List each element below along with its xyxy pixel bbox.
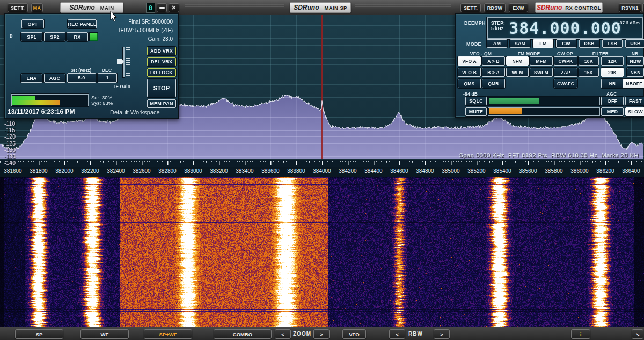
- freq-tick-label: 385800: [541, 168, 567, 174]
- mode-sam-button[interactable]: SAM: [510, 39, 530, 48]
- main-sp-title-plate[interactable]: SDRuno MAIN SP: [290, 2, 351, 13]
- mode-am-button[interactable]: AM: [487, 39, 507, 48]
- sp-button[interactable]: SP: [15, 329, 63, 339]
- del-vrx-button[interactable]: DEL VRX: [147, 57, 176, 66]
- rsyn1-button[interactable]: RSYN1: [619, 3, 641, 12]
- mode-usb-button[interactable]: USB: [625, 39, 644, 48]
- qmr-button[interactable]: QMR: [482, 79, 505, 88]
- db-tick-label: -125: [4, 140, 16, 147]
- freq-tick-label: 382800: [155, 168, 180, 174]
- agc-fast-button[interactable]: FAST: [625, 97, 644, 105]
- nboff-button[interactable]: NBOFF: [623, 79, 644, 88]
- agc-med-button[interactable]: MED: [601, 107, 624, 116]
- sp-wf-button[interactable]: SP+WF: [144, 329, 192, 339]
- device-count-display: 0: [146, 3, 155, 13]
- 10k-button[interactable]: 10K: [579, 56, 599, 66]
- sdruno-logo: SDRuno: [537, 4, 562, 11]
- mode-fm-button[interactable]: FM: [533, 39, 553, 48]
- vfo-a-button[interactable]: VFO A: [458, 56, 481, 66]
- zoom-in-button[interactable]: >: [313, 329, 330, 339]
- workspace-label: Default Workspace: [110, 109, 160, 115]
- agc-slow-button[interactable]: SLOW: [625, 107, 644, 116]
- vfo-b-button[interactable]: VFO B: [458, 68, 481, 77]
- signal-level-readout: -87.3 dBm: [618, 20, 640, 25]
- vfo-button[interactable]: VFO: [342, 329, 366, 339]
- nr-button[interactable]: NR: [601, 79, 624, 88]
- freq-tick-label: 382400: [103, 168, 129, 174]
- datetime-display: 13/11/2017 6:23:16 PM: [8, 108, 75, 115]
- add-vrx-button[interactable]: ADD VRX: [147, 47, 176, 55]
- volume-slider[interactable]: [488, 107, 600, 116]
- wfm-button[interactable]: WFM: [506, 68, 529, 77]
- zoom-label: ZOOM: [293, 331, 311, 337]
- combo-button[interactable]: COMBO: [214, 329, 272, 339]
- ma-button[interactable]: MA: [31, 3, 43, 12]
- zoom-out-button[interactable]: <: [275, 329, 291, 339]
- sp1-button[interactable]: SP1: [21, 32, 42, 41]
- rx-settings-button[interactable]: SETT.: [460, 3, 481, 12]
- sr-value-field[interactable]: 5.0: [67, 73, 96, 83]
- gain-readout: Gain: 23.0: [148, 36, 173, 42]
- agc-button[interactable]: AGC: [44, 74, 65, 83]
- stop-button[interactable]: STOP: [147, 79, 176, 97]
- mode-dsb-button[interactable]: DSB: [579, 39, 599, 48]
- dec-value-field[interactable]: 1: [98, 73, 117, 83]
- cwafc-button[interactable]: CWAFC: [554, 79, 577, 88]
- nfm-button[interactable]: NFM: [506, 56, 529, 66]
- rbw-up-button[interactable]: >: [434, 329, 450, 339]
- b-a-button[interactable]: B > A: [482, 68, 505, 77]
- freq-tick-label: 383000: [180, 168, 206, 174]
- a-b-button[interactable]: A > B: [482, 56, 505, 66]
- run-led: [90, 33, 98, 41]
- mode-lsb-button[interactable]: LSB: [602, 39, 623, 48]
- wf-button[interactable]: WF: [80, 329, 129, 339]
- nbn-button[interactable]: NBN: [627, 68, 644, 77]
- swfm-button[interactable]: SWFM: [530, 68, 553, 77]
- rx-title-plate[interactable]: SDRuno RX CONTROL: [535, 2, 603, 13]
- sdruno-logo: SDRuno: [69, 4, 94, 11]
- rdsw-button[interactable]: RDSW: [484, 3, 506, 12]
- sp2-button[interactable]: SP2: [44, 32, 65, 41]
- sqlc-button[interactable]: SQLC: [465, 97, 487, 105]
- window-name: RX CONTROL: [565, 5, 601, 11]
- minimize-button[interactable]: [157, 3, 167, 12]
- freq-tick-label: 383600: [258, 168, 283, 174]
- main-settings-button[interactable]: SETT.: [8, 3, 28, 12]
- db-tick-label: -110: [4, 120, 15, 127]
- exw-button[interactable]: EXW: [509, 3, 528, 12]
- lna-button[interactable]: LNA: [21, 74, 42, 83]
- 12k-button[interactable]: 12K: [601, 56, 624, 66]
- frequency-display[interactable]: STEP: 5 kHz 384.000.000 -87.3 dBm: [487, 17, 643, 39]
- lo-lock-button[interactable]: LO LOCK: [147, 68, 176, 77]
- 15k-button[interactable]: 15K: [579, 68, 599, 77]
- nbw-button[interactable]: NBW: [627, 56, 644, 66]
- rec-panel-button[interactable]: REC PANEL: [68, 19, 97, 28]
- squelch-fill: [489, 98, 539, 104]
- mode-cw-button[interactable]: CW: [556, 39, 576, 48]
- 20k-button[interactable]: 20K: [601, 68, 624, 77]
- rx-button[interactable]: RX: [67, 32, 88, 41]
- cpu-meters: [11, 94, 89, 106]
- freq-tick-label: 385200: [464, 168, 489, 174]
- frequency-axis: 3816003818003820003822003824003826003828…: [0, 167, 644, 177]
- mem-pan-button[interactable]: MEM PAN: [147, 99, 176, 108]
- sr-label: SR (MHz): [67, 68, 95, 73]
- mute-button[interactable]: MUTE: [465, 107, 487, 116]
- mfm-button[interactable]: MFM: [530, 56, 553, 66]
- zap-button[interactable]: ZAP: [554, 68, 577, 77]
- opt-button[interactable]: OPT: [21, 19, 44, 28]
- rbw-down-button[interactable]: <: [389, 329, 405, 339]
- close-button[interactable]: ✕: [169, 3, 179, 12]
- agc-off-button[interactable]: OFF: [601, 97, 624, 105]
- resize-grip-icon[interactable]: ↘: [632, 329, 643, 339]
- cwpk-button[interactable]: CWPK: [554, 56, 577, 66]
- waterfall-display[interactable]: [0, 177, 644, 327]
- squelch-slider[interactable]: [488, 97, 600, 105]
- freq-tick-label: 383200: [206, 168, 232, 174]
- qms-button[interactable]: QMS: [458, 79, 481, 88]
- freq-tick-label: 385400: [489, 168, 515, 174]
- group-header: VFO - QM: [458, 51, 504, 56]
- db-tick-label: -120: [4, 133, 16, 140]
- info-button[interactable]: i: [571, 329, 590, 339]
- freq-tick-label: 384400: [361, 168, 386, 174]
